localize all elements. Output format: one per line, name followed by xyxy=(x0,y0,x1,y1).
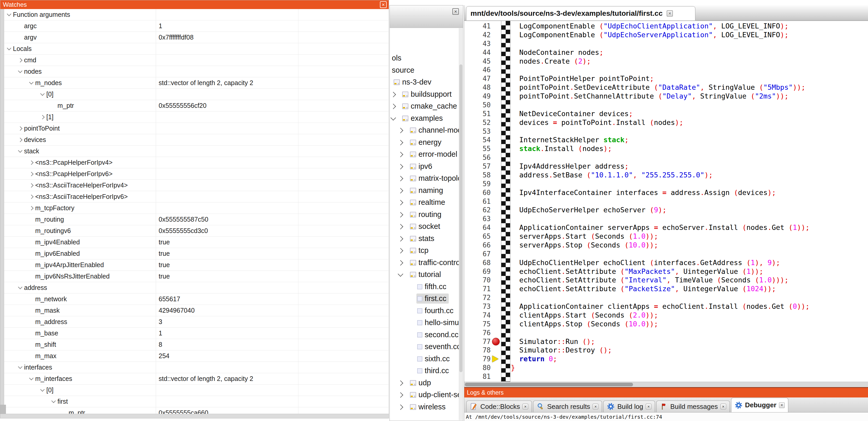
line-number[interactable]: 61 xyxy=(464,197,491,206)
tree-item-source[interactable]: source xyxy=(390,64,459,76)
line-number[interactable]: 65 xyxy=(464,232,491,241)
tree-item-traffic-contro[interactable]: traffic-contro xyxy=(390,257,459,269)
chevron-right-icon[interactable] xyxy=(27,204,35,212)
watch-row[interactable]: argc1 xyxy=(4,21,389,32)
scrollbar-thumb[interactable] xyxy=(465,383,633,386)
tree-item-error-model[interactable]: error-model xyxy=(390,149,459,160)
line-number[interactable]: 79 xyxy=(464,355,491,363)
line-number[interactable]: 72 xyxy=(464,293,491,302)
watch-row[interactable]: Locals xyxy=(4,43,389,55)
chevron-down-icon[interactable] xyxy=(16,68,24,75)
line-number[interactable]: 71 xyxy=(464,285,491,293)
watch-row[interactable]: m_mask4294967040 xyxy=(4,305,389,316)
line-number[interactable]: 52 xyxy=(464,118,491,127)
chevron-right-icon[interactable] xyxy=(398,164,403,169)
watch-row[interactable]: m_max254 xyxy=(4,350,389,362)
tree-item-fifth-cc[interactable]: fifth.cc xyxy=(390,281,459,293)
watch-row[interactable]: argv0x7fffffffdf08 xyxy=(4,32,389,43)
watch-row[interactable]: [0] xyxy=(4,385,389,396)
line-number[interactable]: 75 xyxy=(464,320,491,328)
watch-row[interactable]: m_ptr0x55555556cf20 xyxy=(4,100,389,111)
tree-item-cmake-cache[interactable]: cmake_cache xyxy=(390,100,459,112)
chevron-right-icon[interactable] xyxy=(398,152,403,157)
chevron-right-icon[interactable] xyxy=(398,188,403,193)
line-number[interactable]: 58 xyxy=(464,171,491,180)
chevron-right-icon[interactable] xyxy=(398,248,403,253)
line-number[interactable]: 76 xyxy=(464,328,491,337)
watch-row[interactable]: first xyxy=(4,396,389,407)
tree-item-seventh-cc[interactable]: seventh.cc xyxy=(390,341,459,353)
close-icon[interactable]: ✕ xyxy=(666,10,673,17)
chevron-right-icon[interactable] xyxy=(27,159,35,166)
tree-vertical-scrollbar[interactable] xyxy=(459,28,463,420)
chevron-right-icon[interactable] xyxy=(391,92,396,97)
watches-horizontal-scrollbar[interactable] xyxy=(0,414,389,418)
chevron-right-icon[interactable] xyxy=(398,404,403,410)
tree-item-realtime[interactable]: realtime xyxy=(390,197,459,208)
tree-item-energy[interactable]: energy xyxy=(390,136,459,149)
watches-table[interactable]: Function argumentsargc1argv0x7fffffffdf0… xyxy=(4,9,389,414)
scrollbar-thumb[interactable] xyxy=(459,64,462,372)
tree-item-matrix-topolo[interactable]: matrix-topolo xyxy=(390,172,459,184)
logs-tab-build-messages[interactable]: Build messages✕ xyxy=(656,400,730,412)
watch-row[interactable]: m_base1 xyxy=(4,328,389,339)
close-icon[interactable]: ✕ xyxy=(593,404,598,409)
close-icon[interactable]: ✕ xyxy=(380,1,386,8)
line-number[interactable]: 50 xyxy=(464,101,491,109)
chevron-down-icon[interactable] xyxy=(16,148,24,155)
chevron-right-icon[interactable] xyxy=(16,56,24,64)
watch-row[interactable]: <ns3::PcapHelperForIpv4> xyxy=(4,157,389,168)
line-number[interactable]: 68 xyxy=(464,258,491,267)
chevron-right-icon[interactable] xyxy=(398,140,403,145)
tree-item-udp-client-ser[interactable]: udp-client-ser xyxy=(390,389,459,401)
chevron-right-icon[interactable] xyxy=(38,113,46,121)
chevron-right-icon[interactable] xyxy=(27,193,35,201)
watch-row[interactable]: [0] xyxy=(4,89,389,100)
line-number[interactable]: 47 xyxy=(464,74,491,83)
chevron-down-icon[interactable] xyxy=(27,375,35,383)
code-area[interactable]: 41 LogComponentEnable ("UdpEchoClientApp… xyxy=(464,21,868,382)
watches-titlebar[interactable]: Watches ✕ xyxy=(0,0,389,9)
watches-scrollbar-end[interactable] xyxy=(0,405,6,414)
logs-tab-search-results[interactable]: Search results✕ xyxy=(533,400,602,412)
line-number[interactable]: 54 xyxy=(464,135,491,144)
line-number[interactable]: 41 xyxy=(464,22,491,31)
line-number[interactable]: 55 xyxy=(464,144,491,153)
chevron-right-icon[interactable] xyxy=(398,392,403,398)
watch-row[interactable]: address xyxy=(4,282,389,293)
chevron-right-icon[interactable] xyxy=(16,136,24,144)
logs-tab-debugger[interactable]: Debugger✕ xyxy=(731,398,788,412)
chevron-down-icon[interactable] xyxy=(38,91,46,98)
watch-row[interactable]: m_ipv6Enabledtrue xyxy=(4,248,389,259)
line-number[interactable]: 60 xyxy=(464,188,491,197)
watch-row[interactable]: m_address3 xyxy=(4,316,389,328)
chevron-down-icon[interactable] xyxy=(16,364,24,371)
tree-item-buildsupport[interactable]: buildsupport xyxy=(390,89,459,100)
line-number[interactable]: 81 xyxy=(464,372,491,381)
chevron-right-icon[interactable] xyxy=(398,128,403,133)
watch-row[interactable]: interfaces xyxy=(4,362,389,373)
tree-item-fourth-cc[interactable]: fourth.cc xyxy=(390,305,459,317)
chevron-right-icon[interactable] xyxy=(391,104,396,109)
chevron-down-icon[interactable] xyxy=(391,115,396,121)
watch-row[interactable]: m_network655617 xyxy=(4,293,389,305)
line-number[interactable]: 64 xyxy=(464,223,491,232)
tree-item-first-cc[interactable]: first.cc xyxy=(390,293,459,304)
chevron-right-icon[interactable] xyxy=(398,380,403,386)
editor-horizontal-scrollbar[interactable] xyxy=(464,382,868,387)
chevron-right-icon[interactable] xyxy=(398,224,403,229)
watch-row[interactable]: m_ipv4ArpJitterEnabledtrue xyxy=(4,259,389,271)
line-number[interactable]: 73 xyxy=(464,302,491,311)
line-number[interactable]: 62 xyxy=(464,205,491,215)
watch-row[interactable]: m_ipv4Enabledtrue xyxy=(4,237,389,248)
watches-left-scrollbar[interactable] xyxy=(0,9,4,414)
chevron-right-icon[interactable] xyxy=(16,125,24,132)
tree-item-socket[interactable]: socket xyxy=(390,221,459,232)
line-number[interactable]: 78 xyxy=(464,346,491,355)
line-number[interactable]: 66 xyxy=(464,241,491,250)
line-number[interactable]: 70 xyxy=(464,276,491,285)
chevron-right-icon[interactable] xyxy=(27,170,35,178)
breakpoint-icon[interactable] xyxy=(492,338,500,346)
chevron-right-icon[interactable] xyxy=(398,200,403,205)
watch-row[interactable]: m_routing0x555555587c50 xyxy=(4,214,389,225)
